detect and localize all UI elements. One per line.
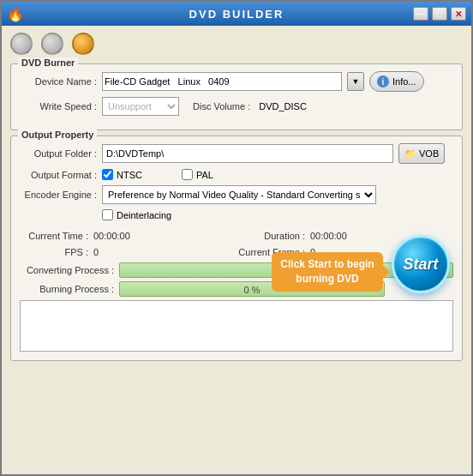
write-speed-label: Write Speed : <box>20 101 97 111</box>
burning-progress-row: Burning Process : 0 % <box>20 281 453 297</box>
dvd-burner-label: DVD Burner <box>18 57 78 68</box>
window-title: DVD BUILDER <box>189 8 284 21</box>
current-time-value: 00:00:00 <box>93 231 145 241</box>
traffic-lights <box>10 33 463 55</box>
encoder-engine-label: Encoder Engine : <box>20 190 97 200</box>
device-name-label: Device Name : <box>20 76 97 87</box>
progress-section: Converting Process : 0 % Burning Process… <box>20 262 453 297</box>
fps-label: FPS : <box>20 247 88 257</box>
encoder-engine-row: Encoder Engine : Preference by Normal Vi… <box>20 185 453 204</box>
start-button-label: Start <box>403 256 438 274</box>
fps-row: FPS : 0 <box>20 245 236 259</box>
deinterlacing-row: Deinterlacing <box>102 209 453 220</box>
traffic-light-1 <box>10 33 33 55</box>
output-folder-input[interactable] <box>102 144 393 163</box>
write-speed-select[interactable]: Unsupport <box>102 97 179 116</box>
stats-grid: Current Time : 00:00:00 Duration : 00:00… <box>20 229 453 259</box>
write-speed-row: Write Speed : Unsupport Disc Volume : DV… <box>20 97 453 116</box>
disc-volume-value: DVD_DISC <box>259 101 307 111</box>
traffic-light-2 <box>41 33 63 55</box>
duration-value: 00:00:00 <box>310 231 362 241</box>
output-property-label: Output Property <box>18 130 97 140</box>
deinterlacing-checkbox[interactable] <box>102 209 113 220</box>
output-property-group: Output Property Output Folder : 📁 VOB Ou… <box>10 136 463 361</box>
duration-label: Duration : <box>236 231 305 241</box>
ntsc-checkbox[interactable] <box>102 169 113 180</box>
encoder-engine-select[interactable]: Preference by Normal Video Quality - Sta… <box>102 185 376 204</box>
info-button-label: Info... <box>392 76 416 87</box>
minimize-button[interactable]: — <box>413 7 428 21</box>
fps-value: 0 <box>93 247 145 257</box>
info-button[interactable]: i Info... <box>369 71 424 92</box>
title-bar: 🔥 DVD BUILDER — □ ✕ <box>2 2 471 26</box>
start-section: Burning Process : 0 % Click Start to beg… <box>20 281 453 297</box>
output-folder-label: Output Folder : <box>20 148 97 159</box>
output-format-row: Output Format : NTSC PAL <box>20 169 453 180</box>
title-bar-buttons: — □ ✕ <box>413 7 466 21</box>
pal-label: PAL <box>196 170 213 180</box>
folder-icon: 📁 <box>404 148 416 160</box>
vob-button-label: VOB <box>419 148 439 159</box>
device-name-input[interactable] <box>102 72 342 91</box>
device-name-row: Device Name : ▼ i Info... <box>20 71 453 92</box>
vob-button[interactable]: 📁 VOB <box>398 143 445 164</box>
traffic-light-3 <box>72 33 94 55</box>
burning-label: Burning Process : <box>20 284 114 294</box>
log-area[interactable] <box>20 300 453 352</box>
dvd-burner-group: DVD Burner Device Name : ▼ i Info... Wri… <box>10 63 463 130</box>
window-body: DVD Burner Device Name : ▼ i Info... Wri… <box>2 26 471 474</box>
start-tooltip: Click Start to begin burning DVD <box>272 252 383 292</box>
device-dropdown-btn[interactable]: ▼ <box>347 72 364 91</box>
ntsc-checkbox-item: NTSC <box>102 169 142 180</box>
start-button[interactable]: Start <box>392 235 450 293</box>
close-button[interactable]: ✕ <box>451 7 466 21</box>
pal-checkbox-item: PAL <box>182 169 213 180</box>
flame-icon: 🔥 <box>7 6 24 22</box>
maximize-button[interactable]: □ <box>432 7 447 21</box>
info-icon: i <box>377 75 389 87</box>
main-window: 🔥 DVD BUILDER — □ ✕ DVD Burner Device Na… <box>0 0 473 476</box>
converting-label: Converting Process : <box>20 265 114 275</box>
output-format-label: Output Format : <box>20 170 97 180</box>
ntsc-label: NTSC <box>117 170 142 180</box>
current-time-label: Current Time : <box>20 231 88 241</box>
output-folder-row: Output Folder : 📁 VOB <box>20 143 453 164</box>
pal-checkbox[interactable] <box>182 169 193 180</box>
deinterlacing-label: Deinterlacing <box>117 210 171 220</box>
disc-volume-label: Disc Volume : <box>193 101 250 111</box>
current-time-row: Current Time : 00:00:00 <box>20 229 236 243</box>
